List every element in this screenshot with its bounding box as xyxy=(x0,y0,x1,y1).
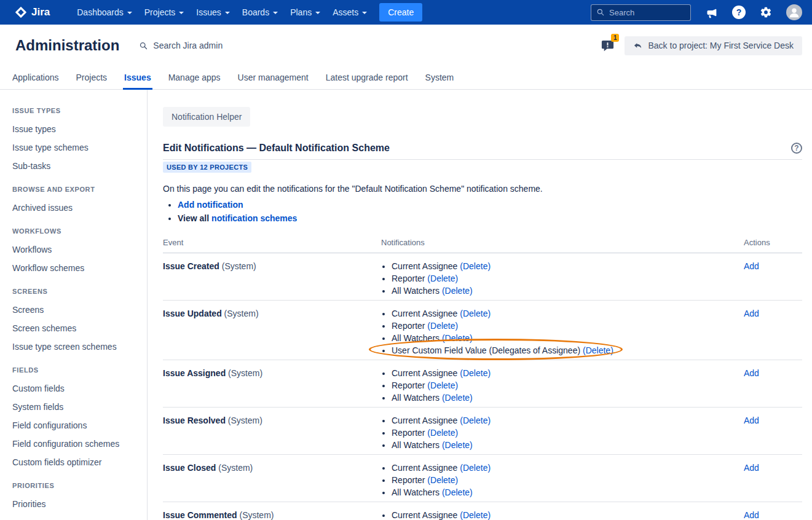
avatar[interactable] xyxy=(786,4,802,20)
delete-link[interactable]: (Delete) xyxy=(460,368,491,378)
create-button[interactable]: Create xyxy=(379,3,422,22)
delete-link[interactable]: (Delete) xyxy=(442,393,473,403)
actions-cell: Add xyxy=(744,260,802,297)
search-icon xyxy=(596,8,605,17)
nav-item-assets[interactable]: Assets xyxy=(326,0,373,25)
notification-schemes-link[interactable]: notification schemes xyxy=(211,213,297,223)
delete-link[interactable]: (Delete) xyxy=(460,416,491,425)
delete-link[interactable]: (Delete) xyxy=(460,261,491,271)
delete-link[interactable]: (Delete) xyxy=(427,274,458,283)
delete-link[interactable]: (Delete) xyxy=(442,440,473,450)
search-input[interactable] xyxy=(609,8,678,17)
view-all-prefix: View all xyxy=(178,213,209,223)
add-link[interactable]: Add xyxy=(744,416,759,425)
nav-item-dashboards[interactable]: Dashboards xyxy=(71,0,138,25)
chevron-down-icon xyxy=(362,12,367,14)
sidebar-item-issue-type-screen-schemes[interactable]: Issue type screen schemes xyxy=(12,337,141,356)
delete-link[interactable]: (Delete) xyxy=(442,333,473,343)
sidebar-item-field-configurations[interactable]: Field configurations xyxy=(12,416,141,435)
notification-item: Current Assignee (Delete) xyxy=(392,414,744,427)
delete-link[interactable]: (Delete) xyxy=(427,475,458,485)
notification-list: Current Assignee (Delete)Reporter (Delet… xyxy=(381,462,744,498)
nav-item-boards[interactable]: Boards xyxy=(236,0,284,25)
sidebar-item-screen-schemes[interactable]: Screen schemes xyxy=(12,319,141,337)
event-name: Issue Assigned xyxy=(163,368,226,378)
tab-system[interactable]: System xyxy=(424,66,455,90)
nav-item-plans[interactable]: Plans xyxy=(284,0,326,25)
notifications-cell: Current Assignee (Delete)Reporter (Delet… xyxy=(381,509,744,520)
help-icon[interactable]: ? xyxy=(732,6,746,19)
navbar-search[interactable] xyxy=(591,4,691,21)
sidebar-item-custom-fields-optimizer[interactable]: Custom fields optimizer xyxy=(12,453,141,471)
notifications-cell: Current Assignee (Delete)Reporter (Delet… xyxy=(381,414,744,451)
jira-logo[interactable]: Jira xyxy=(15,6,50,18)
add-link[interactable]: Add xyxy=(744,309,759,318)
event-suffix: (System) xyxy=(222,309,259,318)
delete-link[interactable]: (Delete) xyxy=(460,463,491,473)
sidebar-item-issue-type-schemes[interactable]: Issue type schemes xyxy=(12,138,141,157)
add-link[interactable]: Add xyxy=(744,510,759,520)
help-circle-icon[interactable]: ? xyxy=(791,143,802,154)
tab-latest-upgrade-report[interactable]: Latest upgrade report xyxy=(325,66,409,90)
nav-item-label: Boards xyxy=(242,7,269,17)
tab-user-management[interactable]: User management xyxy=(237,66,310,90)
admin-search[interactable] xyxy=(139,41,251,50)
delete-link[interactable]: (Delete) xyxy=(427,428,458,438)
notification-name: All Watchers xyxy=(392,440,442,450)
sidebar-item-workflow-schemes[interactable]: Workflow schemes xyxy=(12,259,141,277)
notification-name: Reporter xyxy=(392,380,427,390)
add-link[interactable]: Add xyxy=(744,261,759,271)
event-name: Issue Updated xyxy=(163,309,222,318)
notifications-cell: Current Assignee (Delete)Reporter (Delet… xyxy=(381,307,744,357)
sidebar-item-field-configuration-schemes[interactable]: Field configuration schemes xyxy=(12,435,141,453)
search-icon xyxy=(139,41,148,50)
notification-helper-button[interactable]: Notification Helper xyxy=(163,107,250,127)
list-item: View allnotification schemes xyxy=(178,213,802,223)
top-navbar: Jira DashboardsProjectsIssuesBoardsPlans… xyxy=(0,0,812,25)
event-name: Issue Closed xyxy=(163,463,216,473)
delete-link[interactable]: (Delete) xyxy=(442,286,473,296)
megaphone-icon[interactable] xyxy=(705,6,718,19)
delete-link[interactable]: (Delete) xyxy=(442,487,473,497)
gear-icon[interactable] xyxy=(760,6,772,18)
event-suffix: (System) xyxy=(216,463,253,473)
tab-projects[interactable]: Projects xyxy=(75,66,109,90)
add-link[interactable]: Add xyxy=(744,463,759,473)
delete-link[interactable]: (Delete) xyxy=(460,510,491,520)
tab-applications[interactable]: Applications xyxy=(11,66,60,90)
brand-label: Jira xyxy=(31,6,50,18)
event-cell: Issue Resolved (System) xyxy=(163,414,381,451)
delete-link[interactable]: (Delete) xyxy=(460,309,491,318)
sidebar-item-screens[interactable]: Screens xyxy=(12,301,141,319)
feedback-bubble-icon[interactable]: 1 xyxy=(601,39,615,53)
table-row: Issue Assigned (System)Current Assignee … xyxy=(163,360,802,408)
event-suffix: (System) xyxy=(226,416,262,425)
notification-item: All Watchers (Delete) xyxy=(392,332,744,344)
nav-item-projects[interactable]: Projects xyxy=(138,0,191,25)
delete-link[interactable]: (Delete) xyxy=(583,345,613,355)
tab-issues[interactable]: Issues xyxy=(123,66,152,90)
intro-text: On this page you can edit the notificati… xyxy=(163,184,802,194)
tab-manage-apps[interactable]: Manage apps xyxy=(167,66,222,90)
add-link[interactable]: Add xyxy=(744,368,759,378)
delete-link[interactable]: (Delete) xyxy=(427,321,458,331)
back-to-project-button[interactable]: Back to project: My First Service Desk xyxy=(625,36,802,55)
event-name: Issue Resolved xyxy=(163,416,226,425)
notification-name: All Watchers xyxy=(392,333,442,343)
used-by-badge: USED BY 12 PROJECTS xyxy=(163,162,251,173)
sidebar-item-custom-fields[interactable]: Custom fields xyxy=(12,379,141,398)
sidebar-item-issue-types[interactable]: Issue types xyxy=(12,120,141,138)
notification-item: Current Assignee (Delete) xyxy=(392,307,744,320)
admin-search-input[interactable] xyxy=(153,41,251,50)
event-name: Issue Created xyxy=(163,261,219,271)
sidebar-item-workflows[interactable]: Workflows xyxy=(12,240,141,259)
delete-link[interactable]: (Delete) xyxy=(427,380,458,390)
navbar-right: ? xyxy=(591,4,802,21)
nav-item-issues[interactable]: Issues xyxy=(190,0,235,25)
notification-item: All Watchers (Delete) xyxy=(392,439,744,451)
sidebar-item-system-fields[interactable]: System fields xyxy=(12,398,141,416)
sidebar-item-archived-issues[interactable]: Archived issues xyxy=(12,199,141,217)
add-notification-link[interactable]: Add notification xyxy=(178,200,243,210)
sidebar-item-priorities[interactable]: Priorities xyxy=(12,495,141,513)
sidebar-item-sub-tasks[interactable]: Sub-tasks xyxy=(12,157,141,175)
